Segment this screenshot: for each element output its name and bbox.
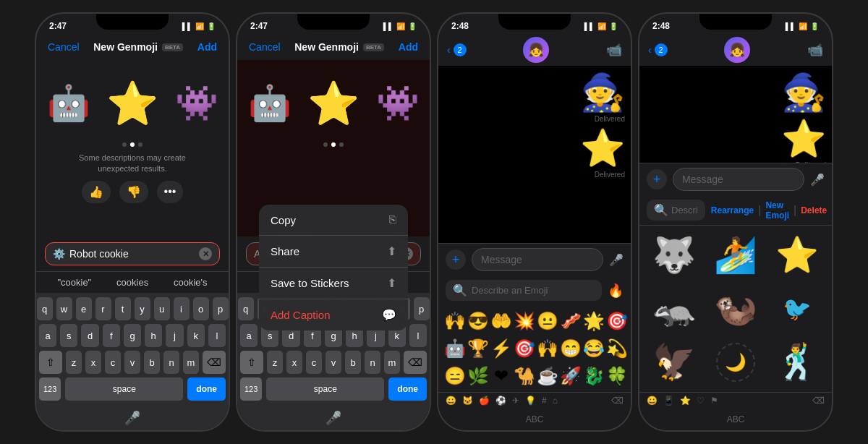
emoji-cell[interactable]: 🏆	[467, 336, 489, 362]
key-j[interactable]: j	[166, 324, 183, 347]
cat-symbols[interactable]: #	[542, 396, 547, 406]
cat-flags[interactable]: ⌂	[553, 396, 558, 406]
msg-mic-4[interactable]: 🎤	[810, 173, 825, 187]
key-y[interactable]: y	[135, 297, 150, 320]
key-d[interactable]: d	[81, 324, 98, 347]
key-t[interactable]: t	[115, 297, 131, 320]
contact-avatar-3[interactable]: 👧	[523, 37, 549, 63]
video-call-icon-3[interactable]: 📹	[606, 42, 622, 58]
key-n[interactable]: n	[163, 351, 179, 374]
emoji-cell[interactable]: 😑	[444, 363, 466, 389]
sticker-star[interactable]: ⭐	[767, 230, 826, 281]
more-options-button[interactable]: •••	[157, 181, 184, 203]
sticker-animal[interactable]: 🦦	[707, 283, 765, 334]
cat-animals[interactable]: 🐱	[462, 396, 473, 406]
autocomplete-item-3[interactable]: cookie's	[168, 275, 213, 290]
emoji-cell[interactable]: 🐉	[583, 363, 605, 389]
emoji-cell[interactable]: 🍀	[606, 363, 628, 389]
emoji-cell[interactable]: 💫	[606, 336, 628, 362]
key-r[interactable]: r	[95, 297, 111, 320]
rearrange-button-4[interactable]: Rearrange	[711, 205, 754, 215]
emoji-cell[interactable]: 🙌	[444, 308, 466, 334]
contact-avatar-4[interactable]: 👧	[724, 37, 750, 63]
key2-x[interactable]: x	[286, 351, 302, 374]
thumbs-up-button[interactable]: 👍	[82, 181, 111, 203]
key-i[interactable]: i	[174, 297, 190, 320]
emoji-cell[interactable]: 🚀	[560, 363, 582, 389]
key2-m[interactable]: m	[384, 351, 400, 374]
emoji-cell[interactable]: 🤖	[444, 336, 466, 362]
space-key[interactable]: space	[65, 377, 183, 401]
delete-emoji-icon-3[interactable]: ⌫	[611, 396, 624, 406]
thumbs-down-button[interactable]: 👎	[119, 181, 148, 203]
message-input-4[interactable]: Message	[673, 168, 804, 191]
key-a[interactable]: a	[39, 324, 56, 347]
cat-smileys[interactable]: 😀	[446, 396, 456, 406]
delete-sticker-icon-4[interactable]: ⌫	[812, 396, 825, 406]
key2-l[interactable]: l	[409, 324, 427, 347]
key2-p[interactable]: p	[414, 297, 430, 320]
cancel-button-1[interactable]: Cancel	[48, 41, 80, 53]
add-attachment-button-4[interactable]: +	[647, 169, 667, 189]
emoji-cell[interactable]: 🥓	[560, 308, 582, 334]
key-c[interactable]: c	[105, 351, 121, 374]
space-key-2[interactable]: space	[266, 377, 384, 401]
add-button-1[interactable]: Add	[197, 41, 217, 53]
key-m[interactable]: m	[183, 351, 199, 374]
sticker-search-4[interactable]: 🔍 Descri	[647, 200, 705, 221]
key-l[interactable]: l	[208, 324, 226, 347]
done-key[interactable]: done	[187, 377, 226, 401]
sticker-bear[interactable]: 🦡	[645, 283, 704, 334]
sticker-bird[interactable]: 🐦	[767, 283, 826, 334]
done-key-2[interactable]: done	[388, 377, 427, 401]
key-o[interactable]: o	[193, 297, 209, 320]
key2-b[interactable]: b	[345, 351, 361, 374]
cat-food[interactable]: 🍎	[479, 396, 490, 406]
key-k[interactable]: k	[187, 324, 205, 347]
cat-activity[interactable]: ⚽	[495, 396, 506, 406]
key-q[interactable]: q	[37, 297, 53, 320]
dot-2[interactable]	[130, 142, 135, 147]
key-v[interactable]: v	[124, 351, 140, 374]
key-f[interactable]: f	[103, 324, 120, 347]
key-u[interactable]: u	[154, 297, 170, 320]
emoji-cell[interactable]: 😐	[537, 308, 558, 334]
emoji-cell[interactable]: 😂	[583, 336, 605, 362]
autocomplete-item-1[interactable]: "cookie"	[51, 275, 97, 290]
key2-c[interactable]: c	[306, 351, 322, 374]
delete-button-4[interactable]: Delete	[801, 205, 827, 215]
key-s[interactable]: s	[60, 324, 77, 347]
key2-123[interactable]: 123	[240, 377, 262, 401]
emoji-cell[interactable]: 🤲	[490, 308, 512, 334]
key-z[interactable]: z	[66, 351, 82, 374]
cat-objects[interactable]: 💡	[525, 396, 536, 406]
search-input-container-1[interactable]: ⚙️ Robot cookie ✕	[45, 242, 220, 265]
emoji-cell[interactable]: ❤	[490, 363, 512, 389]
key2-n[interactable]: n	[365, 351, 380, 374]
new-emoji-button-4[interactable]: New Emoji	[765, 200, 789, 221]
key-h[interactable]: h	[145, 324, 162, 347]
emoji-cell[interactable]: 💥	[514, 308, 535, 334]
mic-icon-2[interactable]: 🎤	[326, 410, 341, 426]
emoji-cell[interactable]: 🌿	[467, 363, 489, 389]
abc-label-4[interactable]: ABC	[720, 411, 752, 427]
key2-a[interactable]: a	[240, 324, 258, 347]
key2-z[interactable]: z	[267, 351, 283, 374]
sticker-dancer[interactable]: 🕺	[767, 337, 826, 388]
msg-mic-3[interactable]: 🎤	[609, 253, 624, 267]
emoji-cell[interactable]: 🐪	[514, 363, 535, 389]
key2-q[interactable]: q	[238, 297, 254, 320]
shift-key[interactable]: ⇧	[39, 351, 62, 374]
sticker-fox[interactable]: 🦅	[645, 337, 704, 388]
emoji-search-field-3[interactable]: 🔍 Describe an Emoji	[446, 280, 602, 301]
sticker-wolf[interactable]: 🐺	[645, 230, 704, 281]
shift-key-2[interactable]: ⇧	[240, 351, 263, 374]
search-input-1[interactable]: Robot cookie	[69, 248, 195, 260]
key-p[interactable]: p	[213, 297, 229, 320]
key-b[interactable]: b	[144, 351, 160, 374]
message-input-3[interactable]: Message	[472, 248, 603, 271]
emoji-item-star[interactable]: ⭐	[103, 74, 161, 132]
cat-flag-4[interactable]: ⚑	[710, 396, 718, 406]
cat-heart-4[interactable]: ♡	[697, 396, 705, 406]
dot-2-2[interactable]	[331, 142, 336, 147]
